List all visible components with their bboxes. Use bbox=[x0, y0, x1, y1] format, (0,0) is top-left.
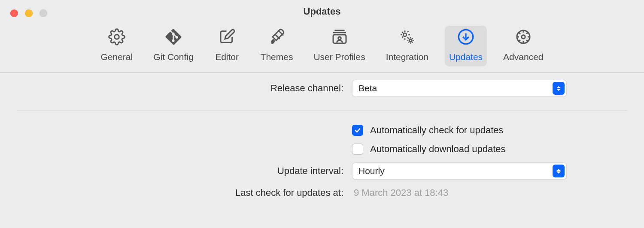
svg-line-14 bbox=[519, 32, 520, 34]
svg-point-0 bbox=[115, 35, 119, 39]
tab-general[interactable]: General bbox=[96, 26, 137, 66]
advanced-gear-icon bbox=[515, 28, 532, 48]
svg-line-15 bbox=[526, 40, 528, 42]
tab-label: Git Config bbox=[153, 52, 193, 62]
svg-point-5 bbox=[403, 33, 407, 36]
gear-icon bbox=[108, 28, 125, 48]
window-title: Updates bbox=[0, 6, 644, 17]
select-stepper-icon bbox=[553, 82, 565, 95]
gears-icon bbox=[398, 28, 416, 48]
tab-label: Integration bbox=[386, 52, 428, 62]
zoom-window-button[interactable] bbox=[39, 9, 47, 17]
compose-icon bbox=[219, 28, 236, 48]
select-stepper-icon bbox=[553, 165, 565, 177]
tab-git-config[interactable]: Git Config bbox=[149, 26, 197, 66]
last-check-value: 9 March 2023 at 18:43 bbox=[352, 187, 448, 198]
close-window-button[interactable] bbox=[10, 9, 18, 17]
auto-check-label: Automatically check for updates bbox=[370, 125, 504, 136]
svg-point-6 bbox=[410, 39, 412, 42]
download-circle-icon bbox=[457, 28, 474, 48]
release-channel-value: Beta bbox=[358, 83, 377, 93]
update-interval-value: Hourly bbox=[358, 166, 385, 176]
update-interval-select[interactable]: Hourly bbox=[352, 162, 567, 180]
tab-editor[interactable]: Editor bbox=[210, 26, 244, 66]
checkbox-checked-icon bbox=[352, 125, 363, 136]
git-icon bbox=[165, 28, 182, 48]
svg-point-9 bbox=[522, 35, 525, 39]
preferences-toolbar: General Git Config Editor Themes bbox=[0, 23, 644, 72]
tab-label: Editor bbox=[215, 52, 239, 62]
auto-download-label: Automatically download updates bbox=[370, 144, 506, 155]
auto-download-checkbox-row[interactable]: Automatically download updates bbox=[352, 144, 506, 155]
svg-line-16 bbox=[519, 40, 520, 42]
last-check-label: Last check for updates at: bbox=[0, 187, 343, 198]
tab-updates[interactable]: Updates bbox=[445, 26, 487, 66]
minimize-window-button[interactable] bbox=[25, 9, 33, 17]
tab-label: General bbox=[100, 52, 133, 62]
auto-check-checkbox-row[interactable]: Automatically check for updates bbox=[352, 125, 504, 136]
svg-line-17 bbox=[526, 32, 528, 34]
release-channel-select[interactable]: Beta bbox=[352, 80, 567, 97]
tab-label: Themes bbox=[261, 52, 293, 62]
settings-content: Release channel: Beta Automatically chec… bbox=[0, 73, 644, 198]
titlebar: Updates bbox=[0, 0, 644, 23]
release-channel-label: Release channel: bbox=[0, 83, 343, 94]
svg-point-4 bbox=[338, 37, 341, 40]
section-divider bbox=[17, 111, 627, 111]
profiles-icon bbox=[331, 28, 348, 48]
checkbox-unchecked-icon bbox=[352, 144, 363, 155]
update-interval-label: Update interval: bbox=[0, 165, 343, 177]
tab-themes[interactable]: Themes bbox=[256, 26, 298, 66]
svg-rect-3 bbox=[333, 35, 346, 43]
window-controls bbox=[10, 9, 47, 17]
tab-integration[interactable]: Integration bbox=[382, 26, 433, 66]
tab-user-profiles[interactable]: User Profiles bbox=[309, 26, 369, 66]
tab-label: User Profiles bbox=[313, 52, 365, 62]
tab-label: Advanced bbox=[503, 52, 543, 62]
paintbrush-icon bbox=[268, 28, 286, 48]
tab-label: Updates bbox=[449, 52, 483, 62]
tab-advanced[interactable]: Advanced bbox=[499, 26, 547, 66]
